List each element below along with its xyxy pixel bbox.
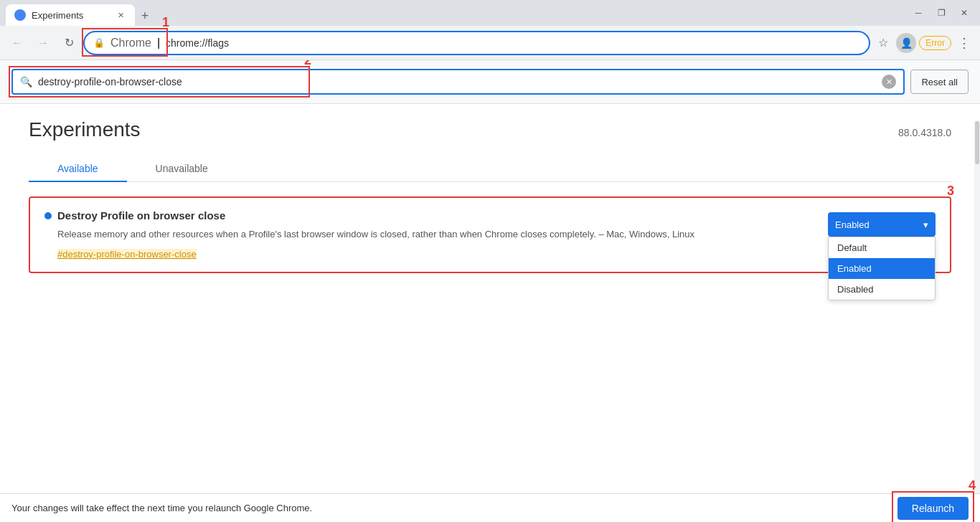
dropdown-chevron-icon: ▾	[923, 219, 928, 230]
navigation-bar: ← → ↻ 🔒 Chrome | chrome://flags 1 ☆ 👤 Er…	[0, 26, 980, 60]
dropdown-option-default[interactable]: Default	[829, 237, 935, 258]
reset-all-button[interactable]: Reset all	[910, 70, 969, 94]
lock-icon: 🔒	[93, 37, 105, 48]
experiment-info: Destroy Profile on browser close Release…	[44, 209, 814, 260]
bottom-bar: Your changes will take effect the next t…	[0, 493, 980, 522]
search-input-value: destroy-profile-on-browser-close	[38, 76, 876, 87]
close-button[interactable]: ✕	[954, 3, 974, 23]
experiments-header: Experiments 88.0.4318.0	[29, 118, 951, 141]
experiment-name-row: Destroy Profile on browser close	[44, 209, 814, 222]
tab-close-icon[interactable]: ✕	[115, 9, 126, 21]
chrome-menu-button[interactable]: ⋮	[954, 33, 974, 53]
error-badge[interactable]: Error	[919, 36, 951, 50]
relaunch-button[interactable]: Relaunch	[897, 497, 969, 520]
tab-favicon	[14, 9, 26, 21]
active-indicator-dot	[44, 212, 52, 219]
experiment-dropdown-button[interactable]: Enabled ▾	[828, 212, 936, 237]
profile-button[interactable]: 👤	[896, 33, 916, 53]
tab-title: Experiments	[32, 10, 109, 21]
address-bar[interactable]: 🔒 Chrome | chrome://flags	[83, 31, 870, 55]
search-icon: 🔍	[20, 76, 32, 87]
search-bar-container: 🔍 destroy-profile-on-browser-close ✕ 2 R…	[0, 60, 980, 104]
address-separator: |	[157, 37, 160, 49]
relaunch-message: Your changes will take effect the next t…	[11, 503, 312, 513]
dropdown-selected-value: Enabled	[835, 219, 870, 230]
minimize-button[interactable]: ─	[908, 3, 928, 23]
experiment-name: Destroy Profile on browser close	[57, 209, 225, 222]
page-content: 🔍 destroy-profile-on-browser-close ✕ 2 R…	[0, 60, 980, 493]
dropdown-option-disabled[interactable]: Disabled	[829, 279, 935, 300]
experiments-tabs: Available Unavailable	[29, 156, 951, 182]
reload-button[interactable]: ↻	[57, 32, 80, 54]
new-tab-button[interactable]: +	[135, 6, 155, 26]
tab-strip: Experiments ✕ +	[6, 0, 908, 26]
experiments-page-title: Experiments	[29, 118, 141, 141]
experiment-dropdown-wrap: Enabled ▾ Default Enabled Disabled	[828, 212, 936, 237]
version-text: 88.0.4318.0	[898, 127, 951, 138]
experiment-dropdown-menu: Default Enabled Disabled	[828, 237, 936, 300]
tab-available[interactable]: Available	[29, 156, 127, 181]
scrollbar[interactable]	[974, 120, 980, 493]
relaunch-wrap: Relaunch 4	[897, 497, 969, 520]
experiments-main: Experiments 88.0.4318.0 Available Unavai…	[0, 104, 980, 273]
title-bar: Experiments ✕ + ─ ❐ ✕	[0, 0, 980, 26]
experiment-anchor-link[interactable]: #destroy-profile-on-browser-close	[57, 249, 197, 260]
experiment-description: Release memory and other resources when …	[57, 227, 814, 242]
search-input-wrap[interactable]: 🔍 destroy-profile-on-browser-close ✕	[11, 69, 905, 95]
maximize-button[interactable]: ❐	[931, 3, 951, 23]
tab-unavailable[interactable]: Unavailable	[127, 156, 237, 181]
experiments-tab[interactable]: Experiments ✕	[6, 4, 135, 26]
experiment-card-wrapper: Destroy Profile on browser close Release…	[29, 196, 951, 273]
back-button[interactable]: ←	[6, 32, 29, 54]
bookmark-star-button[interactable]: ☆	[873, 33, 893, 53]
experiment-card: Destroy Profile on browser close Release…	[29, 196, 951, 273]
address-value: chrome://flags	[166, 37, 860, 49]
dropdown-option-enabled[interactable]: Enabled	[829, 258, 935, 279]
scrollbar-thumb[interactable]	[975, 121, 979, 164]
forward-button[interactable]: →	[32, 32, 55, 54]
window-controls: ─ ❐ ✕	[908, 3, 974, 23]
clear-search-button[interactable]: ✕	[882, 75, 896, 89]
address-prefix: Chrome	[110, 37, 151, 49]
